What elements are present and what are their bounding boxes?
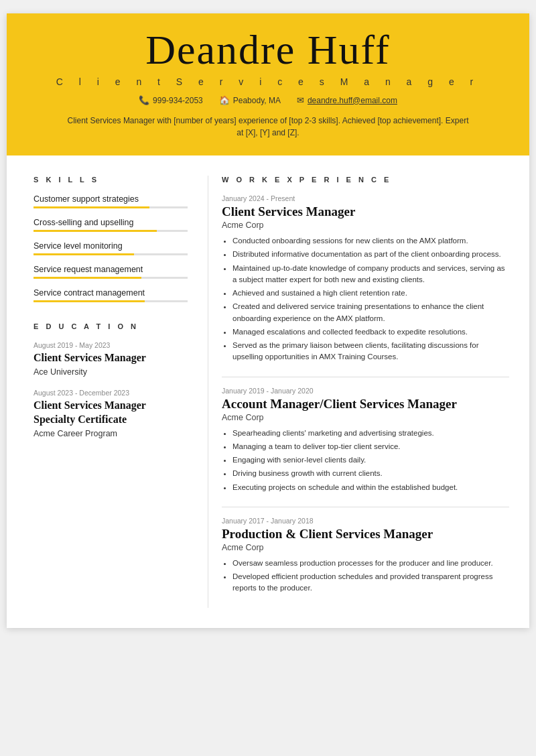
work-company: Acme Corp — [222, 220, 509, 230]
edu-date: August 2019 - May 2023 — [34, 341, 188, 349]
email-icon: ✉ — [297, 95, 304, 105]
skill-item: Customer support strategies — [34, 194, 188, 208]
education-section-title: E D U C A T I O N — [34, 322, 188, 330]
skill-name: Service request management — [34, 265, 188, 274]
skill-name: Cross-selling and upselling — [34, 218, 188, 227]
work-bullet: Oversaw seamless production processes fo… — [232, 558, 509, 569]
phone-number: 999-934-2053 — [153, 96, 203, 105]
phone-icon: 📞 — [139, 95, 149, 105]
education-item: August 2023 - December 2023 Client Servi… — [34, 389, 188, 438]
skill-bar-fill — [34, 206, 149, 208]
skill-item: Cross-selling and upselling — [34, 218, 188, 232]
job-item: January 2017 - January 2018 Production &… — [222, 517, 509, 594]
work-company: Acme Corp — [222, 543, 509, 552]
edu-date: August 2023 - December 2023 — [34, 389, 188, 397]
candidate-title: C l i e n t S e r v i c e s M a n a g e … — [34, 76, 503, 87]
skill-bar-bg — [34, 230, 188, 232]
skill-item: Service request management — [34, 265, 188, 279]
work-bullet: Developed efficient production schedules… — [232, 571, 509, 594]
work-bullet: Executing projects on schedule and withi… — [232, 482, 509, 493]
skill-bar-bg — [34, 300, 188, 302]
resume-document: Deandre Huff C l i e n t S e r v i c e s… — [7, 13, 529, 628]
candidate-summary: Client Services Manager with [number of … — [67, 115, 469, 139]
work-bullet: Spearheading clients' marketing and adve… — [232, 428, 509, 439]
work-date: January 2024 - Present — [222, 194, 509, 202]
work-title: Account Manager/Client Services Manager — [222, 397, 509, 412]
skill-item: Service level monitoring — [34, 241, 188, 255]
work-section-title: W O R K E X P E R I E N C E — [222, 176, 509, 184]
work-title: Production & Client Services Manager — [222, 527, 509, 542]
skill-bar-fill — [34, 230, 157, 232]
work-bullets-list: Conducted onboarding sessions for new cl… — [222, 235, 509, 363]
location-icon: 🏠 — [219, 95, 230, 105]
right-column: W O R K E X P E R I E N C E January 2024… — [208, 176, 529, 608]
skill-name: Service contract management — [34, 288, 188, 298]
skill-bar-fill — [34, 277, 141, 279]
work-bullet: Maintained up-to-date knowledge of compa… — [232, 263, 509, 286]
skill-bar-bg — [34, 206, 188, 208]
work-bullet: Driving business growth with current cli… — [232, 468, 509, 479]
work-bullet: Managed escalations and collected feedba… — [232, 326, 509, 338]
work-bullet: Conducted onboarding sessions for new cl… — [232, 235, 509, 247]
work-bullets-list: Oversaw seamless production processes fo… — [222, 558, 509, 594]
edu-school: Acme Career Program — [34, 429, 188, 438]
edu-degree: Client Services Manager — [34, 351, 188, 365]
work-date: January 2017 - January 2018 — [222, 517, 509, 525]
skill-item: Service contract management — [34, 288, 188, 302]
work-date: January 2019 - January 2020 — [222, 387, 509, 395]
phone-item: 📞 999-934-2053 — [139, 95, 203, 105]
edu-degree: Client Services Manager Specialty Certif… — [34, 399, 188, 427]
skills-section: S K I L L S Customer support strategies … — [34, 176, 188, 302]
section-divider — [222, 377, 509, 377]
email-item: ✉ deandre.huff@email.com — [297, 95, 397, 105]
skill-bar-bg — [34, 277, 188, 279]
resume-header: Deandre Huff C l i e n t S e r v i c e s… — [7, 13, 529, 155]
work-bullet: Served as the primary liaison between cl… — [232, 340, 509, 363]
email-address: deandre.huff@email.com — [308, 96, 397, 105]
work-bullet: Created and delivered service training p… — [232, 301, 509, 324]
work-title: Client Services Manager — [222, 204, 509, 219]
skill-bar-fill — [34, 253, 134, 255]
edu-school: Ace University — [34, 367, 188, 377]
work-bullet: Achieved and sustained a high client ret… — [232, 288, 509, 299]
skill-name: Customer support strategies — [34, 194, 188, 204]
candidate-name: Deandre Huff — [34, 27, 503, 72]
education-section: E D U C A T I O N August 2019 - May 2023… — [34, 322, 188, 438]
section-divider — [222, 507, 509, 507]
skill-bar-fill — [34, 300, 145, 302]
work-bullet: Managing a team to deliver top-tier clie… — [232, 441, 509, 452]
contact-row: 📞 999-934-2053 🏠 Peabody, MA ✉ deandre.h… — [34, 95, 503, 105]
skill-bar-bg — [34, 253, 188, 255]
left-column: S K I L L S Customer support strategies … — [7, 176, 208, 608]
skills-section-title: S K I L L S — [34, 176, 188, 184]
job-item: January 2019 - January 2020 Account Mana… — [222, 387, 509, 493]
education-item: August 2019 - May 2023 Client Services M… — [34, 341, 188, 377]
work-bullet: Engaging with senior-level clients daily… — [232, 454, 509, 466]
work-bullets-list: Spearheading clients' marketing and adve… — [222, 428, 509, 493]
location-text: Peabody, MA — [233, 96, 281, 105]
work-bullet: Distributed informative documentation as… — [232, 249, 509, 260]
skill-name: Service level monitoring — [34, 241, 188, 251]
location-item: 🏠 Peabody, MA — [219, 95, 281, 105]
resume-body: S K I L L S Customer support strategies … — [7, 155, 529, 628]
work-company: Acme Corp — [222, 413, 509, 422]
job-item: January 2024 - Present Client Services M… — [222, 194, 509, 363]
